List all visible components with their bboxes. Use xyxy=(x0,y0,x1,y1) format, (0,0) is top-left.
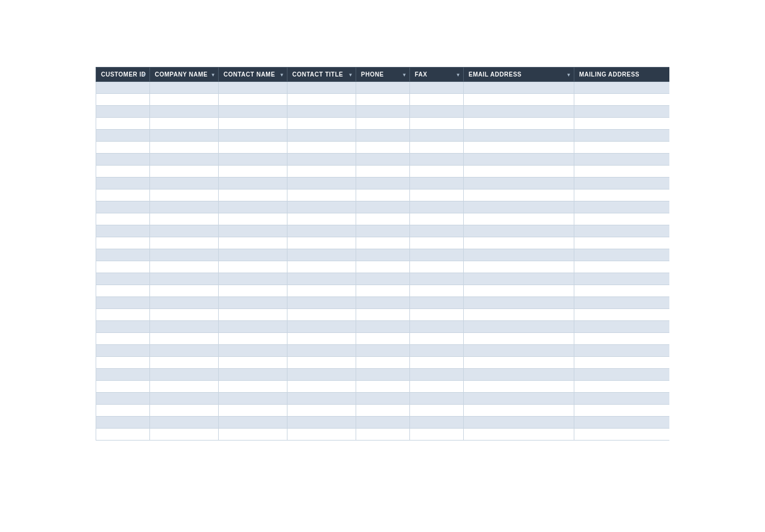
cell-phone[interactable] xyxy=(356,345,410,357)
cell-phone[interactable] xyxy=(356,154,410,166)
cell-customer_id[interactable] xyxy=(96,249,150,261)
cell-company_name[interactable] xyxy=(150,417,219,429)
cell-phone[interactable] xyxy=(356,381,410,393)
cell-email_address[interactable] xyxy=(464,369,574,381)
cell-customer_id[interactable] xyxy=(96,285,150,297)
cell-customer_id[interactable] xyxy=(96,189,150,201)
cell-contact_title[interactable] xyxy=(287,213,356,225)
cell-contact_title[interactable] xyxy=(287,405,356,417)
col-header-email_address[interactable]: EMAIL ADDRESS▼ xyxy=(464,68,574,82)
cell-email_address[interactable] xyxy=(464,166,574,178)
cell-contact_name[interactable] xyxy=(219,213,287,225)
col-header-contact_title[interactable]: CONTACT TITLE▼ xyxy=(287,68,356,82)
cell-contact_title[interactable] xyxy=(287,261,356,273)
cell-company_name[interactable] xyxy=(150,393,219,405)
cell-email_address[interactable] xyxy=(464,273,574,285)
cell-mailing_address[interactable] xyxy=(574,417,670,429)
cell-company_name[interactable] xyxy=(150,369,219,381)
cell-mailing_address[interactable] xyxy=(574,369,670,381)
cell-fax[interactable] xyxy=(410,225,464,237)
cell-fax[interactable] xyxy=(410,142,464,154)
cell-phone[interactable] xyxy=(356,285,410,297)
cell-contact_title[interactable] xyxy=(287,178,356,189)
cell-mailing_address[interactable] xyxy=(574,82,670,94)
cell-contact_name[interactable] xyxy=(219,381,287,393)
cell-email_address[interactable] xyxy=(464,333,574,345)
cell-mailing_address[interactable] xyxy=(574,273,670,285)
cell-phone[interactable] xyxy=(356,297,410,309)
cell-contact_name[interactable] xyxy=(219,249,287,261)
cell-contact_name[interactable] xyxy=(219,369,287,381)
cell-mailing_address[interactable] xyxy=(574,94,670,106)
cell-fax[interactable] xyxy=(410,381,464,393)
cell-customer_id[interactable] xyxy=(96,345,150,357)
cell-company_name[interactable] xyxy=(150,345,219,357)
cell-contact_name[interactable] xyxy=(219,297,287,309)
cell-contact_title[interactable] xyxy=(287,118,356,130)
cell-contact_title[interactable] xyxy=(287,237,356,249)
cell-contact_title[interactable] xyxy=(287,166,356,178)
cell-contact_title[interactable] xyxy=(287,429,356,441)
cell-fax[interactable] xyxy=(410,82,464,94)
cell-contact_title[interactable] xyxy=(287,393,356,405)
cell-contact_name[interactable] xyxy=(219,273,287,285)
cell-email_address[interactable] xyxy=(464,429,574,441)
cell-mailing_address[interactable] xyxy=(574,357,670,369)
cell-fax[interactable] xyxy=(410,309,464,321)
cell-customer_id[interactable] xyxy=(96,130,150,142)
cell-company_name[interactable] xyxy=(150,94,219,106)
cell-customer_id[interactable] xyxy=(96,309,150,321)
cell-fax[interactable] xyxy=(410,94,464,106)
cell-email_address[interactable] xyxy=(464,82,574,94)
cell-contact_name[interactable] xyxy=(219,106,287,118)
cell-phone[interactable] xyxy=(356,333,410,345)
cell-contact_name[interactable] xyxy=(219,201,287,213)
cell-mailing_address[interactable] xyxy=(574,130,670,142)
cell-email_address[interactable] xyxy=(464,309,574,321)
cell-customer_id[interactable] xyxy=(96,142,150,154)
cell-email_address[interactable] xyxy=(464,393,574,405)
cell-mailing_address[interactable] xyxy=(574,189,670,201)
cell-email_address[interactable] xyxy=(464,225,574,237)
cell-company_name[interactable] xyxy=(150,189,219,201)
cell-fax[interactable] xyxy=(410,429,464,441)
cell-company_name[interactable] xyxy=(150,154,219,166)
cell-email_address[interactable] xyxy=(464,178,574,189)
cell-fax[interactable] xyxy=(410,297,464,309)
cell-contact_name[interactable] xyxy=(219,82,287,94)
cell-email_address[interactable] xyxy=(464,106,574,118)
cell-customer_id[interactable] xyxy=(96,321,150,333)
cell-email_address[interactable] xyxy=(464,154,574,166)
cell-phone[interactable] xyxy=(356,249,410,261)
cell-company_name[interactable] xyxy=(150,130,219,142)
cell-mailing_address[interactable] xyxy=(574,261,670,273)
cell-contact_title[interactable] xyxy=(287,369,356,381)
cell-mailing_address[interactable] xyxy=(574,201,670,213)
dropdown-arrow-phone[interactable]: ▼ xyxy=(402,72,407,77)
cell-contact_name[interactable] xyxy=(219,357,287,369)
cell-company_name[interactable] xyxy=(150,106,219,118)
cell-customer_id[interactable] xyxy=(96,261,150,273)
cell-fax[interactable] xyxy=(410,345,464,357)
cell-customer_id[interactable] xyxy=(96,178,150,189)
dropdown-arrow-contact_name[interactable]: ▼ xyxy=(280,72,284,77)
cell-company_name[interactable] xyxy=(150,429,219,441)
cell-contact_name[interactable] xyxy=(219,178,287,189)
cell-phone[interactable] xyxy=(356,369,410,381)
cell-phone[interactable] xyxy=(356,417,410,429)
dropdown-arrow-fax[interactable]: ▼ xyxy=(456,72,461,77)
cell-contact_title[interactable] xyxy=(287,189,356,201)
cell-contact_title[interactable] xyxy=(287,321,356,333)
cell-mailing_address[interactable] xyxy=(574,166,670,178)
cell-email_address[interactable] xyxy=(464,405,574,417)
cell-company_name[interactable] xyxy=(150,309,219,321)
cell-mailing_address[interactable] xyxy=(574,333,670,345)
cell-email_address[interactable] xyxy=(464,285,574,297)
cell-phone[interactable] xyxy=(356,393,410,405)
cell-email_address[interactable] xyxy=(464,357,574,369)
cell-mailing_address[interactable] xyxy=(574,118,670,130)
cell-customer_id[interactable] xyxy=(96,106,150,118)
cell-fax[interactable] xyxy=(410,154,464,166)
cell-contact_title[interactable] xyxy=(287,297,356,309)
cell-company_name[interactable] xyxy=(150,357,219,369)
